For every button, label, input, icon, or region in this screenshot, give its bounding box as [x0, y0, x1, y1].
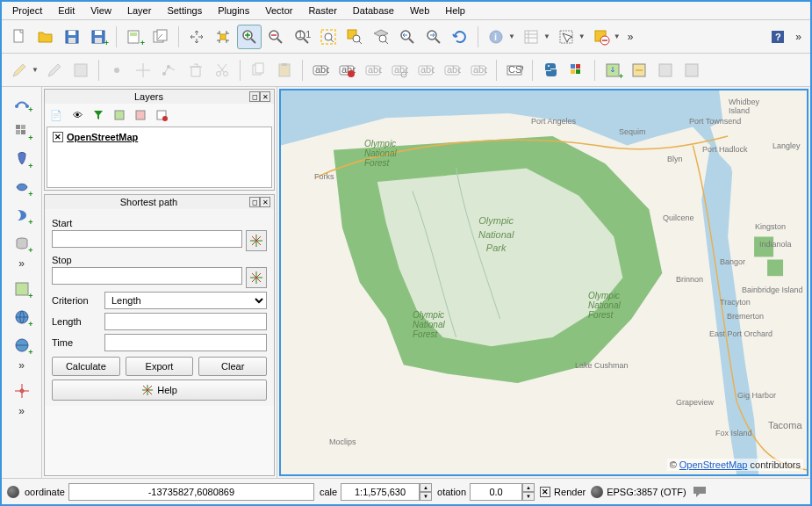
- layers-visibility-icon[interactable]: 👁: [68, 105, 87, 125]
- add-vector-layer-button[interactable]: +: [9, 90, 35, 116]
- layers-panel-close[interactable]: ✕: [260, 91, 270, 102]
- zoom-native-button[interactable]: 1:1: [290, 25, 314, 49]
- menu-help[interactable]: Help: [438, 4, 472, 18]
- cut-button[interactable]: [210, 58, 234, 83]
- zoom-last-button[interactable]: [395, 25, 420, 49]
- map-attribution-link[interactable]: OpenStreetMap: [679, 459, 748, 470]
- menu-view[interactable]: View: [83, 4, 119, 18]
- csw-button[interactable]: CSW: [502, 58, 527, 83]
- grid-button[interactable]: [564, 58, 589, 83]
- abc-show-button[interactable]: abc: [387, 58, 412, 83]
- layers-collapse-icon[interactable]: [131, 105, 150, 125]
- layer-checkbox[interactable]: ✕: [53, 132, 63, 142]
- crs-globe-icon[interactable]: [591, 486, 603, 498]
- add-wfs-layer-button[interactable]: +: [9, 332, 35, 358]
- menu-layer[interactable]: Layer: [120, 4, 159, 18]
- coordinate-capture-button[interactable]: [9, 378, 35, 404]
- add-spatialite-layer-button[interactable]: +: [9, 174, 35, 200]
- select-dropdown[interactable]: ▼: [578, 33, 586, 40]
- left-toolbar-overflow-2[interactable]: »: [15, 359, 28, 372]
- edit-pencil-button[interactable]: [7, 58, 32, 83]
- python-console-button[interactable]: [538, 58, 563, 83]
- sp-help-button[interactable]: Help: [52, 380, 267, 401]
- sp-export-button[interactable]: Export: [126, 357, 194, 376]
- layer-row-openstreetmap[interactable]: ✕ OpenStreetMap: [51, 131, 268, 143]
- refresh-button[interactable]: [448, 25, 472, 49]
- scale-input[interactable]: [341, 483, 420, 501]
- add-wcs-layer-button[interactable]: +: [9, 304, 35, 330]
- save-edits-button[interactable]: [68, 58, 93, 83]
- delete-button[interactable]: [183, 58, 208, 83]
- render-checkbox[interactable]: ✕: [540, 487, 550, 497]
- attributes-button[interactable]: [519, 25, 543, 49]
- menu-database[interactable]: Database: [346, 4, 401, 18]
- add-postgis-layer-button[interactable]: +: [9, 146, 35, 172]
- sp-start-pick-button[interactable]: [246, 230, 267, 251]
- menu-web[interactable]: Web: [403, 4, 436, 18]
- node-tool-button[interactable]: [157, 58, 182, 83]
- pan-to-selection-button[interactable]: [211, 25, 235, 49]
- toolbar1-overflow[interactable]: »: [624, 31, 637, 43]
- crs-label[interactable]: EPSG:3857 (OTF): [607, 487, 686, 497]
- abc-pin-button[interactable]: abc: [361, 58, 385, 83]
- layers-remove-icon[interactable]: [152, 105, 171, 125]
- sp-panel-close[interactable]: ✕: [260, 197, 270, 207]
- rotation-input[interactable]: [470, 483, 522, 501]
- menu-vector[interactable]: Vector: [258, 4, 299, 18]
- identify-button[interactable]: i: [484, 25, 508, 49]
- layers-tree[interactable]: ✕ OpenStreetMap: [47, 126, 272, 188]
- deselect-button[interactable]: [589, 25, 614, 49]
- add-feature-button[interactable]: [104, 58, 129, 83]
- sp-criterion-select[interactable]: Length: [104, 292, 267, 309]
- map-canvas[interactable]: Olympic National Park Olympic National F…: [279, 89, 808, 476]
- abc-label-button[interactable]: abc: [308, 58, 333, 83]
- help-button[interactable]: ?: [765, 25, 790, 49]
- add-mssql-layer-button[interactable]: +: [9, 202, 35, 228]
- new-project-button[interactable]: [7, 25, 32, 49]
- help-toolbar-overflow[interactable]: »: [792, 31, 805, 43]
- scale-spinner[interactable]: ▲▼: [420, 483, 432, 501]
- sp-calculate-button[interactable]: Calculate: [52, 357, 120, 376]
- identify-dropdown[interactable]: ▼: [508, 33, 515, 40]
- coord-input[interactable]: [68, 483, 314, 501]
- edit-dropdown[interactable]: ▼: [32, 66, 39, 74]
- zoom-in-button[interactable]: [237, 25, 262, 49]
- statusbar-globe-icon[interactable]: [7, 486, 19, 498]
- layers-panel-undock[interactable]: ◻: [249, 91, 260, 102]
- new-print-composer-button[interactable]: +: [122, 25, 147, 49]
- copy-button[interactable]: [246, 58, 270, 83]
- layers-expand-icon[interactable]: [110, 105, 129, 125]
- messages-icon[interactable]: [692, 485, 708, 499]
- zoom-out-button[interactable]: [263, 25, 288, 49]
- layers-add-group-icon[interactable]: 📄: [47, 105, 66, 125]
- menu-edit[interactable]: Edit: [51, 4, 82, 18]
- select-button[interactable]: [554, 25, 578, 49]
- menu-plugins[interactable]: Plugins: [211, 4, 256, 18]
- abc-highlight-button[interactable]: abc: [334, 58, 359, 83]
- abc-rotate-button[interactable]: abc: [440, 58, 464, 83]
- composer-manager-button[interactable]: [148, 25, 173, 49]
- attributes-dropdown[interactable]: ▼: [543, 33, 550, 40]
- zoom-to-selection-button[interactable]: [342, 25, 367, 49]
- save-as-button[interactable]: +: [86, 25, 111, 49]
- zoom-next-button[interactable]: [421, 25, 446, 49]
- menu-raster[interactable]: Raster: [301, 4, 343, 18]
- deselect-dropdown[interactable]: ▼: [614, 33, 621, 40]
- sp-length-input[interactable]: [104, 313, 267, 330]
- rotation-spinner[interactable]: ▲▼: [522, 483, 535, 501]
- osm-export-button[interactable]: [653, 58, 678, 83]
- zoom-to-layer-button[interactable]: [369, 25, 393, 49]
- osm-download-button[interactable]: +: [600, 58, 625, 83]
- menu-project[interactable]: Project: [5, 4, 49, 18]
- save-project-button[interactable]: [60, 25, 84, 49]
- sp-clear-button[interactable]: Clear: [198, 357, 267, 376]
- add-oracle-layer-button[interactable]: +: [9, 230, 35, 257]
- layers-filter-icon[interactable]: [89, 105, 108, 125]
- toggle-editing-button[interactable]: [42, 58, 67, 83]
- abc-move-button[interactable]: abc: [413, 58, 438, 83]
- sp-time-input[interactable]: [104, 334, 267, 351]
- osm-settings-button[interactable]: [679, 58, 704, 83]
- sp-stop-pick-button[interactable]: [246, 267, 267, 288]
- add-wms-layer-button[interactable]: +: [9, 276, 35, 302]
- left-toolbar-overflow-1[interactable]: »: [15, 257, 28, 270]
